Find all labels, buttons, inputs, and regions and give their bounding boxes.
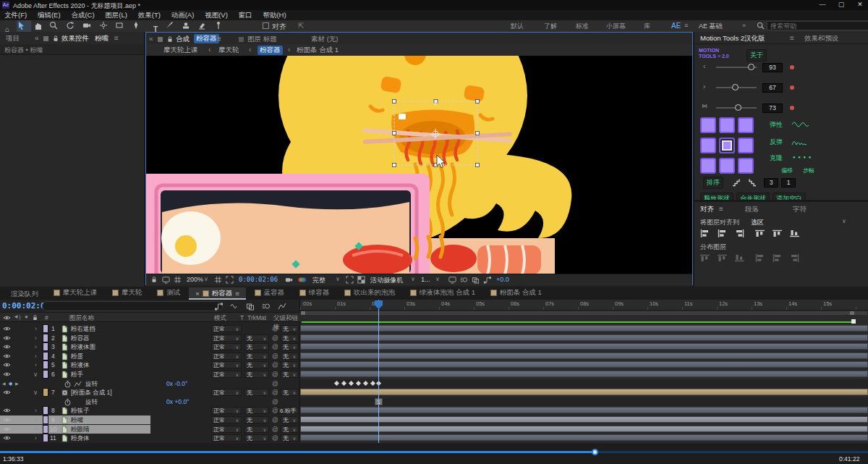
tab-comp-green-liquid-bubble[interactable]: 绿液体泡泡 合成 1 <box>404 287 482 299</box>
parent-pickwhip-icon[interactable]: @ <box>272 324 278 333</box>
tab-effects-presets[interactable]: 效果和预设 <box>804 34 839 43</box>
sort-button[interactable]: 排序 <box>703 177 723 189</box>
layer-name[interactable]: 粉筷子 <box>71 406 90 415</box>
blend-mode-dropdown[interactable]: 正常∨ <box>211 343 242 350</box>
trkmat-dropdown[interactable]: 无∨ <box>244 334 269 342</box>
eraser-tool-icon[interactable] <box>197 20 212 32</box>
visibility-eye-icon[interactable] <box>3 360 11 369</box>
composition-viewport[interactable] <box>146 56 692 274</box>
expand-arrow-icon[interactable]: › <box>35 416 37 424</box>
stopwatch-icon[interactable] <box>64 397 72 406</box>
sort-up-icon[interactable] <box>732 178 741 187</box>
trkmat-dropdown[interactable]: 无∨ <box>244 361 269 368</box>
layer-track-2[interactable] <box>300 334 868 342</box>
keyframe[interactable] <box>363 381 368 386</box>
tab-comp-mtl-shangke[interactable]: 摩天轮上课 <box>47 287 104 299</box>
anchor-grid-cell-center[interactable] <box>719 138 735 153</box>
sort-down-icon[interactable] <box>748 178 757 187</box>
menu-animation[interactable]: 动画(A) <box>167 10 199 21</box>
breadcrumb-comp-2[interactable]: 摩天轮 <box>218 46 239 55</box>
hand-tool-icon[interactable] <box>33 20 48 32</box>
layer-track-8[interactable] <box>300 406 868 415</box>
visibility-eye-icon[interactable] <box>3 406 11 415</box>
align-right-icon[interactable] <box>735 229 744 237</box>
expand-arrow-icon[interactable]: › <box>35 425 37 434</box>
layer-row-8[interactable]: › 8 粉筷子 正常∨ 无∨ @ 6.粉手∨ <box>0 406 300 415</box>
blend-mode-dropdown[interactable]: 正常∨ <box>211 416 242 423</box>
keyframe-nav-current-icon[interactable]: ◆ <box>9 379 12 388</box>
layer-row-5[interactable]: › 5 粉液体 正常∨ 无∨ @ 无∨ <box>0 360 300 369</box>
layer-color-swatch[interactable] <box>43 324 48 333</box>
mini-flowchart-icon[interactable] <box>214 302 223 311</box>
layer-name[interactable]: 粉蛋 <box>71 352 83 360</box>
camera-tool-icon[interactable] <box>82 20 97 32</box>
column-trkmat[interactable]: TrkMat <box>247 314 266 321</box>
property-value[interactable]: 0x -0.0° <box>166 379 187 388</box>
puppet-pin-tool-icon[interactable] <box>214 20 229 32</box>
breadcrumb-comp-4[interactable]: 粉面条 合成 1 <box>297 46 339 55</box>
layer-search-input[interactable] <box>42 301 223 311</box>
ease-out-slider-knob[interactable] <box>732 84 739 90</box>
about-button[interactable]: 关于 <box>746 49 767 62</box>
visibility-eye-icon[interactable] <box>3 416 11 424</box>
distribute-top-icon[interactable] <box>700 254 710 262</box>
lock-icon[interactable] <box>166 35 174 43</box>
column-layer-name[interactable]: 图层名称 <box>69 314 94 323</box>
layer-track-5[interactable] <box>300 360 868 369</box>
workspace-menu-icon[interactable]: ≡ <box>684 22 688 29</box>
layer-name[interactable]: 粉容器 <box>71 334 90 342</box>
snapshot-icon[interactable] <box>285 276 293 284</box>
trkmat-dropdown[interactable]: 无∨ <box>244 371 269 378</box>
anchor-grid-cell[interactable] <box>700 138 716 153</box>
parent-dropdown[interactable]: 无∨ <box>281 325 299 332</box>
menu-effect[interactable]: 效果(T) <box>134 10 165 21</box>
exposure-value[interactable]: +0.0 <box>496 276 509 283</box>
parent-pickwhip-icon[interactable]: @ <box>272 416 278 424</box>
distribute-right-icon[interactable] <box>790 254 799 262</box>
channels-icon[interactable] <box>298 277 306 283</box>
anchor-grid-cell[interactable] <box>719 158 735 174</box>
parent-pickwhip-icon[interactable]: @ <box>272 425 278 434</box>
work-area-bar[interactable] <box>300 311 868 316</box>
tab-comp-mtl[interactable]: 摩天轮 <box>106 287 149 299</box>
blend-mode-dropdown[interactable]: 正常∨ <box>211 334 242 342</box>
blend-mode-dropdown[interactable]: 正常∨ <box>211 371 242 378</box>
anchor-grid-cell[interactable] <box>738 158 754 174</box>
tab-composition[interactable]: 合成 <box>176 35 190 44</box>
align-v-center-icon[interactable] <box>773 229 782 237</box>
layer-row-6[interactable]: ∨ 6 粉手 正常∨ 无∨ @ 无∨ <box>0 370 300 379</box>
distribute-h-center-icon[interactable] <box>773 254 782 262</box>
tab-comp-blue-container[interactable]: 蓝容器 <box>248 287 292 299</box>
parent-dropdown[interactable]: 无∨ <box>281 426 299 433</box>
tab-footage[interactable]: 素材 (无) <box>311 35 338 44</box>
menu-help[interactable]: 帮助(H) <box>258 10 290 21</box>
timeline-button-icon[interactable] <box>472 276 480 284</box>
property-name[interactable]: 旋转 <box>85 397 98 406</box>
tab-character[interactable]: 字符 <box>793 205 807 214</box>
keyframe[interactable] <box>334 381 339 386</box>
workspace-ae-basics[interactable]: AE 基础 <box>699 22 723 31</box>
tab-comp-blown-bubbles[interactable]: 吹出来的泡泡 <box>338 287 401 299</box>
property-track-rotation-7[interactable]: 1 <box>300 397 868 406</box>
playhead-line[interactable] <box>378 300 379 443</box>
menu-composition[interactable]: 合成(C) <box>67 10 98 21</box>
workspace-default[interactable]: 默认 <box>511 22 524 31</box>
layer-track-9[interactable] <box>300 416 868 424</box>
tab-effect-controls[interactable]: 效果控件 <box>61 34 89 43</box>
tab-layer[interactable]: 图层 标题 <box>247 35 277 44</box>
layer-track-10[interactable] <box>300 425 868 434</box>
layer-name[interactable]: 粉右遮挡 <box>71 324 95 333</box>
ease-in-value[interactable]: 93 <box>762 63 783 72</box>
layer-row-1[interactable]: › 1 粉右遮挡 正常∨ @ 无∨ <box>0 324 300 333</box>
anchor-grid-cell[interactable] <box>719 117 735 133</box>
distribute-bottom-icon[interactable] <box>735 254 744 262</box>
ease-both-value[interactable]: 73 <box>762 104 783 113</box>
tab-paragraph[interactable]: 段落 <box>745 205 759 214</box>
video-progress-knob[interactable] <box>592 449 598 455</box>
ease-out-value[interactable]: 67 <box>762 83 783 93</box>
safe-margins-icon[interactable] <box>214 276 222 284</box>
property-row-rotation-6[interactable]: ◀ ◆ ▶ 旋转 0x -0.0° @ <box>0 379 300 388</box>
anchor-grid-cell[interactable] <box>738 117 754 133</box>
parent-dropdown[interactable]: 无∨ <box>281 434 299 442</box>
ease-in-apply-dot[interactable] <box>790 65 794 69</box>
